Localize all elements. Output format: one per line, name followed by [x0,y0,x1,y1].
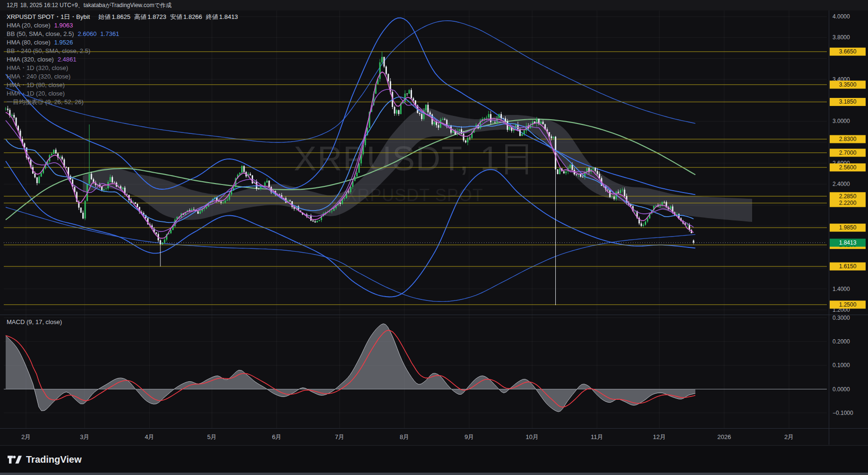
indicator-title: 一目均衡表◎ (9, 26, 52, 26) [7,98,84,106]
ohlc-label: 安値 [170,13,183,20]
indicator-legend: XRPUSDT SPOT・1日・Bybit始値1.8625高値1.8723安値1… [7,13,238,106]
svg-text:3.0000: 3.0000 [833,118,850,124]
svg-text:0.0000: 0.0000 [833,386,850,393]
month-label: 7月 [335,433,344,440]
ohlc-value: 1.8413 [219,13,238,20]
indicator-title: BB・240 (50, SMA, close, 2.5) [7,47,90,54]
month-label: 5月 [207,433,217,440]
svg-text:3.6650: 3.6650 [839,48,857,55]
indicator-title: HMA (320, close) [7,56,54,63]
macd-legend-row[interactable]: MACD (9, 17, close) [7,318,62,325]
svg-text:0.2000: 0.2000 [833,338,850,345]
legend-indicator-row[interactable]: HMA・1D (20, close) [7,89,238,98]
month-label: 11月 [591,433,604,440]
svg-text:2.8300: 2.8300 [839,136,857,142]
indicator-title: HMA・1D (80, close) [7,81,65,88]
month-label: 12月 [653,433,666,440]
tradingview-logo[interactable]: TradingView [8,454,81,465]
symbol-legend-row[interactable]: XRPUSDT SPOT・1日・Bybit始値1.8625高値1.8723安値1… [7,13,238,21]
legend-indicator-row[interactable]: HMA (80, close)1.9526 [7,38,238,47]
attribution-text: 12月 18, 2025 16:12 UTC+9、takatabaがTradin… [0,0,868,10]
legend-indicator-row[interactable]: HMA (320, close)2.4861 [7,55,238,64]
indicator-value: 1.9063 [54,22,73,29]
ohlc-label: 終値 [206,13,218,20]
indicator-title: HMA (80, close) [7,39,50,46]
ohlc-value: 1.8723 [148,13,167,20]
svg-text:3.8000: 3.8000 [833,34,850,41]
svg-text:2.5600: 2.5600 [839,164,857,171]
legend-indicator-row[interactable]: HMA・240 (320, close) [7,72,238,81]
svg-text:3.1850: 3.1850 [839,98,857,105]
month-label: 4月 [145,433,154,440]
indicator-title: HMA・1D (320, close) [7,64,68,71]
month-label: 2月 [21,433,31,440]
svg-text:1.2500: 1.2500 [839,301,857,308]
legend-indicator-row[interactable]: BB・240 (50, SMA, close, 2.5) [7,47,238,55]
attribution-bar: 12月 18, 2025 16:12 UTC+9、takatabaがTradin… [0,0,868,10]
macd-pane[interactable] [0,316,829,428]
ohlc-label: 高値 [134,13,147,20]
month-label: 2026 [718,433,731,440]
svg-text:2.7000: 2.7000 [839,150,857,156]
svg-text:2.4000: 2.4000 [833,181,850,187]
svg-text:3.3500: 3.3500 [839,81,857,88]
legend-indicator-row[interactable]: HMA・1D (320, close) [7,64,238,72]
svg-text:2.2850: 2.2850 [839,193,857,200]
indicator-value: 1.7361 [100,30,119,37]
svg-text:1.8413: 1.8413 [839,239,857,246]
svg-text:1.4000: 1.4000 [833,286,850,292]
legend-indicator-row[interactable]: HMA (20, close)1.9063 [7,21,238,30]
indicator-value: 2.6060 [78,30,96,37]
ohlc-label: 始値 [98,13,111,20]
svg-text:0.1000: 0.1000 [833,362,850,369]
tradingview-logo-icon [8,456,22,464]
month-label: 3月 [80,433,89,440]
symbol-title: XRPUSDT SPOT・1日・Bybit [7,13,90,20]
indicator-value: 2.4861 [58,56,77,63]
svg-text:2.2200: 2.2200 [839,200,857,206]
indicator-value: 1.9526 [54,39,73,46]
bottom-scrollbar[interactable] [0,473,868,475]
legend-indicator-row[interactable]: HMA・1D (80, close) [7,81,238,89]
month-label: 8月 [400,433,409,440]
ohlc-value: 1.8625 [112,13,131,20]
month-label: 6月 [272,433,281,440]
indicator-title: HMA・1D (20, close) [7,90,65,97]
legend-indicator-row[interactable]: 一目均衡表◎ (9, 26, 52, 26) [7,98,238,106]
svg-text:1.9850: 1.9850 [839,224,857,231]
svg-text:4.0000: 4.0000 [833,13,850,20]
brand-name: TradingView [26,454,81,465]
legend-indicator-row[interactable]: BB (50, SMA, close, 2.5)2.60601.7361 [7,30,238,38]
footer-bar: TradingView [0,445,868,473]
svg-text:1.6150: 1.6150 [839,263,857,270]
tradingview-chart-screenshot: XRPUSDT, 1日 XRPUSDT SPOT 4.00003.80003.4… [0,0,868,475]
svg-text:0.3000: 0.3000 [833,315,850,321]
indicator-title: HMA (20, close) [7,22,50,29]
svg-text:−0.1000: −0.1000 [833,410,853,416]
macd-title: MACD (9, 17, close) [7,318,62,325]
time-axis[interactable] [0,428,829,445]
indicator-title: BB (50, SMA, close, 2.5) [7,30,74,37]
ohlc-value: 1.8266 [184,13,202,20]
indicator-title: HMA・240 (320, close) [7,73,70,80]
month-label: 2月 [784,433,794,440]
month-label: 9月 [465,433,474,440]
month-label: 10月 [526,433,538,440]
